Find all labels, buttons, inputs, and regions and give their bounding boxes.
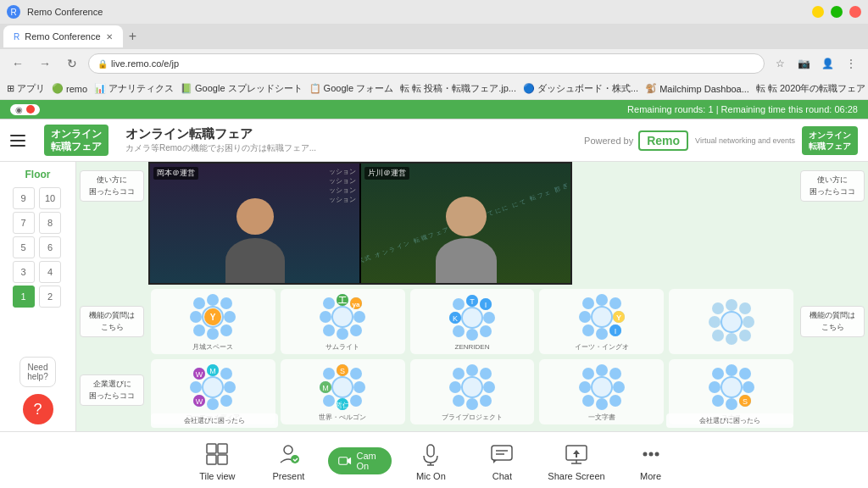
- tile-view-svg: [205, 442, 229, 466]
- new-tab-btn[interactable]: +: [123, 26, 143, 47]
- svg-point-54: [726, 333, 737, 345]
- maximize-btn[interactable]: [831, 6, 843, 18]
- svg-point-65: [224, 381, 236, 393]
- mic-on-icon: [417, 441, 444, 468]
- floor-btn-5[interactable]: 5: [13, 236, 35, 258]
- table-cell-empty-1[interactable]: [669, 289, 793, 354]
- tile-view-btn[interactable]: Tile view: [192, 441, 242, 481]
- tab-close-btn[interactable]: ✕: [106, 32, 113, 42]
- table-cell-1[interactable]: Y 月城スペース: [151, 289, 275, 354]
- floor-btn-1[interactable]: 1: [13, 286, 35, 308]
- cam-on-btn[interactable]: Cam On: [334, 447, 385, 474]
- svg-point-92: [466, 364, 478, 376]
- table-name-1: 月城スペース: [192, 342, 233, 352]
- svg-point-116: [712, 395, 724, 407]
- bookmark-job1[interactable]: 転 転 投稿・転職フェア.jp...: [400, 82, 516, 95]
- table-svg-8: [576, 362, 627, 413]
- svg-point-69: [220, 395, 232, 407]
- present-btn[interactable]: Present: [263, 441, 314, 481]
- video-label-1: 岡本＠運営: [153, 167, 198, 180]
- active-tab[interactable]: R Remo Conference ✕: [3, 25, 123, 47]
- cam-btn-container: Cam On: [328, 447, 392, 474]
- bookmark-analytics[interactable]: 📊 アナリティクス: [94, 82, 174, 95]
- svg-text:M: M: [210, 367, 217, 375]
- bookmark-remo[interactable]: 🟢 remo: [52, 83, 87, 94]
- refresh-btn[interactable]: ↻: [61, 53, 83, 75]
- svg-point-13: [337, 328, 348, 340]
- bookmark-dashboard[interactable]: 🔵 ダッシュボード・株式...: [523, 82, 638, 95]
- svg-point-104: [613, 381, 625, 393]
- camera-toolbar-icon[interactable]: 📷: [793, 53, 814, 74]
- svg-point-53: [726, 299, 737, 311]
- address-bar[interactable]: 🔒 live.remo.co/e/jp: [88, 53, 765, 74]
- floor-btn-2[interactable]: 2: [39, 286, 61, 308]
- bookmark-apps[interactable]: ⊞ アプリ: [7, 82, 45, 95]
- need-help-box[interactable]: Needhelp?: [19, 357, 55, 387]
- svg-point-101: [596, 364, 608, 376]
- floor-area: 岡本＠運営 ッションッションッションッション にてにに にて 転フェ 郡ぎ 式式…: [76, 162, 868, 431]
- svg-point-1: [207, 294, 219, 306]
- chat-btn[interactable]: Chat: [476, 441, 527, 481]
- svg-text:工: 工: [338, 296, 347, 305]
- recording-bar: ◉ Remaining rounds: 1 | Remaining time t…: [0, 100, 868, 119]
- svg-point-45: [609, 297, 621, 309]
- svg-point-94: [449, 381, 461, 393]
- svg-point-8: [220, 324, 232, 336]
- rec-toggle[interactable]: ◉: [10, 104, 40, 115]
- bookmark-sheets[interactable]: 📗 Google スプレッドシート: [181, 82, 303, 95]
- floor-btn-8[interactable]: 8: [39, 212, 61, 234]
- camera-svg: [338, 453, 352, 469]
- svg-point-111: [726, 398, 737, 410]
- close-btn[interactable]: [849, 6, 861, 18]
- lock-icon: 🔒: [97, 59, 108, 69]
- minimize-btn[interactable]: [812, 6, 824, 18]
- hamburger-menu[interactable]: [10, 129, 34, 152]
- table-svg-6: M S 哲仁: [317, 362, 368, 413]
- svg-point-59: [712, 330, 724, 341]
- table-cell-4[interactable]: Y I イーツ・イングオ: [539, 289, 664, 354]
- share-screen-btn[interactable]: Share Screen: [548, 441, 604, 481]
- floor-btn-10[interactable]: 10: [39, 187, 61, 209]
- svg-point-39: [592, 307, 612, 327]
- svg-point-76: [332, 377, 353, 397]
- bookmark-forms[interactable]: 📋 Google フォーム: [309, 82, 394, 95]
- mic-on-btn[interactable]: Mic On: [405, 441, 456, 481]
- svg-text:W: W: [196, 397, 203, 406]
- svg-point-103: [579, 381, 591, 393]
- svg-point-61: [203, 377, 223, 397]
- more-btn[interactable]: More: [626, 441, 676, 481]
- svg-point-28: [483, 312, 495, 324]
- floor-btn-4[interactable]: 4: [39, 261, 61, 283]
- floor-btn-9[interactable]: 9: [13, 187, 35, 209]
- sheets-icon: 📗: [181, 83, 192, 94]
- video-stream-info-1: ッションッションッションッション: [329, 167, 356, 204]
- table-cell-2[interactable]: 工 ya サムライト: [281, 289, 405, 354]
- bookmark-mailchimp[interactable]: 🐒 Mailchimp Dashboa...: [645, 83, 749, 94]
- forward-btn[interactable]: →: [34, 53, 56, 75]
- chat-label: Chat: [492, 471, 512, 481]
- remo-bm-icon: 🟢: [52, 83, 64, 94]
- tab-favicon: R: [14, 32, 19, 42]
- floor-btn-3[interactable]: 3: [13, 261, 35, 283]
- floor-btn-6[interactable]: 6: [39, 236, 61, 258]
- floor-btn-7[interactable]: 7: [13, 212, 35, 234]
- table-cell-3[interactable]: T I K ZENRIDEN: [410, 289, 535, 354]
- table-name-2: サムライト: [326, 342, 359, 352]
- svg-point-44: [582, 297, 594, 309]
- svg-point-114: [712, 368, 724, 380]
- help-button[interactable]: ?: [23, 394, 53, 424]
- svg-point-52: [721, 312, 742, 332]
- profile-icon[interactable]: 👤: [817, 53, 837, 74]
- person1-head: [236, 198, 274, 235]
- svg-point-95: [483, 381, 495, 393]
- bookmark-star-icon[interactable]: ☆: [770, 53, 790, 74]
- hint-box-right-mid: 機能の質問はこちら: [800, 306, 865, 337]
- browser-toolbar-icons: ☆ 📷 👤 ⋮: [770, 53, 861, 74]
- svg-point-91: [462, 377, 482, 397]
- remo-logo: Remo: [638, 130, 688, 151]
- header-text: オンライン転職フェア カメラ等Remoの機能でお困りの方は転職フェア...: [125, 126, 316, 154]
- content-area: Floor 9 10 7 8 5 6 3 4 1 2 Needhelp? ?: [0, 162, 868, 431]
- bookmark-job2[interactable]: 転 転 2020年の転職フェア・...: [756, 82, 868, 95]
- menu-icon[interactable]: ⋮: [841, 53, 861, 74]
- back-btn[interactable]: ←: [7, 53, 29, 75]
